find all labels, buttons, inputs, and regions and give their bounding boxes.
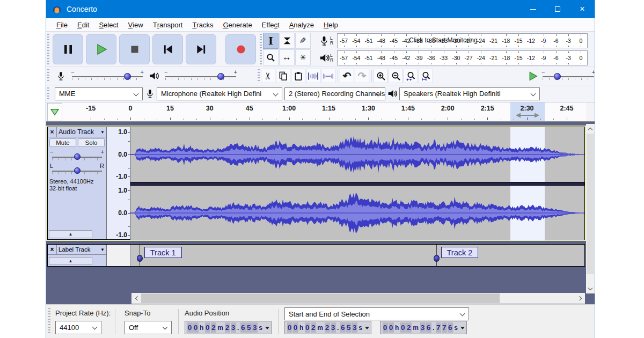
time-digit[interactable]: 2	[211, 322, 216, 333]
time-digit[interactable]: 3	[331, 322, 336, 333]
time-digit[interactable]: 0	[205, 322, 210, 333]
playback-speed-slider[interactable]: − +	[543, 71, 594, 82]
scroll-up-button[interactable]	[586, 124, 595, 133]
menu-file[interactable]: File	[52, 18, 72, 31]
menu-help[interactable]: Help	[319, 18, 343, 31]
close-track-button[interactable]: ×	[48, 127, 57, 137]
device-toolbar-grabber[interactable]	[47, 87, 49, 100]
maximize-button[interactable]	[545, 0, 570, 18]
slider-track[interactable]	[543, 76, 594, 77]
silence-audio-button[interactable]	[321, 69, 335, 83]
play-at-speed-button[interactable]	[525, 69, 540, 84]
audio-host-select[interactable]: MME	[55, 87, 143, 100]
snap-to-select[interactable]: Off	[125, 321, 172, 334]
time-digit[interactable]: 0	[389, 322, 394, 333]
dropdown-arrow-icon[interactable]	[460, 327, 465, 332]
timeline-ruler[interactable]: -1501530451:001:151:301:452:002:152:302:…	[62, 102, 586, 121]
skip-to-end-button[interactable]	[186, 34, 216, 64]
scroll-down-button[interactable]	[586, 284, 595, 293]
skip-to-start-button[interactable]	[152, 34, 183, 64]
time-digit[interactable]: 0	[293, 322, 298, 333]
time-digit[interactable]: 3	[231, 322, 236, 333]
time-digit[interactable]: 0	[193, 322, 199, 333]
zoom-in-button[interactable]	[374, 69, 388, 83]
recording-channels-select[interactable]: 2 (Stereo) Recording Channels	[284, 87, 385, 100]
menu-generate[interactable]: Generate	[218, 18, 257, 31]
recording-volume-slider[interactable]: − +	[72, 71, 143, 82]
zoom-out-button[interactable]	[389, 69, 403, 83]
playback-device-select[interactable]: Speakers (Realtek High Definiti	[399, 87, 540, 100]
time-digit[interactable]: 0	[383, 322, 388, 333]
label-text[interactable]: Track 1	[144, 247, 182, 258]
multi-tool-button[interactable]: ✳	[295, 49, 311, 65]
copy-button[interactable]	[276, 69, 290, 83]
zoom-to-selection-button[interactable]	[404, 69, 418, 83]
playback-volume-slider[interactable]: − +	[165, 71, 236, 82]
time-digit[interactable]: 0	[400, 322, 406, 333]
trim-audio-button[interactable]	[306, 69, 320, 83]
pin-playhead-button[interactable]	[47, 103, 62, 121]
menu-select[interactable]: Select	[94, 18, 123, 31]
vertical-scrollbar[interactable]	[586, 124, 595, 293]
menu-view[interactable]: View	[123, 18, 148, 31]
tools-toolbar-grabber[interactable]	[260, 34, 262, 64]
time-digit[interactable]: 6	[340, 322, 346, 333]
slider-thumb[interactable]	[74, 153, 80, 160]
dropdown-arrow-icon[interactable]	[365, 327, 369, 332]
time-digit[interactable]: 2	[225, 322, 230, 333]
playback-meter-scale[interactable]: -57-54-51-48-45-42-39-36-33-30-27-24-21-…	[337, 50, 588, 65]
label-text[interactable]: Track 2	[441, 247, 479, 258]
pan-slider[interactable]: L R	[52, 163, 102, 176]
solo-button[interactable]: Solo	[78, 138, 105, 147]
cut-button[interactable]: ✂	[261, 69, 275, 83]
time-digit[interactable]: 6	[426, 322, 431, 333]
close-track-button[interactable]: ×	[48, 245, 57, 254]
time-digit[interactable]: 2	[406, 322, 412, 333]
slider-track[interactable]	[165, 76, 236, 77]
dropdown-arrow-icon[interactable]	[265, 327, 269, 332]
close-button[interactable]: ×	[570, 0, 595, 18]
time-shift-tool-button[interactable]: ↔	[279, 49, 295, 65]
play-button[interactable]	[86, 34, 116, 64]
time-digit[interactable]: 7	[436, 322, 441, 333]
slider-thumb[interactable]	[217, 73, 224, 80]
time-digit[interactable]: 3	[352, 322, 357, 333]
time-digit[interactable]: 2	[311, 322, 316, 333]
scroll-left-button[interactable]	[131, 293, 141, 304]
selection-start-display[interactable]: 00h02m23.653s	[284, 321, 371, 334]
time-digit[interactable]: 0	[187, 322, 193, 333]
time-digit[interactable]: 6	[448, 322, 453, 333]
selection-tool-button[interactable]: I	[263, 33, 279, 49]
project-rate-select[interactable]: 44100	[55, 321, 101, 334]
zoom-tool-button[interactable]	[263, 49, 279, 65]
recording-meter[interactable]: LR Click to Start Monitoring -57-54-51-4…	[318, 32, 588, 49]
selection-end-display[interactable]: 00h02m36.776s	[380, 321, 467, 334]
time-digit[interactable]: 5	[246, 322, 252, 333]
slider-thumb[interactable]	[124, 73, 131, 80]
minimize-button[interactable]	[521, 0, 545, 18]
slider-thumb[interactable]	[554, 73, 561, 80]
label-area[interactable]: Track 1Track 2	[130, 245, 584, 266]
time-digit[interactable]: 0	[305, 322, 310, 333]
mixer-toolbar-grabber[interactable]	[47, 69, 49, 83]
collapse-track-button[interactable]: ▲	[49, 257, 92, 265]
time-digit[interactable]: 7	[442, 322, 447, 333]
menu-tracks[interactable]: Tracks	[187, 18, 218, 31]
selection-toolbar-grabber[interactable]	[48, 308, 50, 335]
time-digit[interactable]: 2	[325, 322, 330, 333]
draw-tool-button[interactable]: ✎	[295, 33, 311, 49]
selection-mode-select[interactable]: Start and End of Selection	[284, 307, 469, 320]
transport-toolbar-grabber[interactable]	[47, 34, 49, 64]
track-title-menu[interactable]: Audio Track▼	[57, 127, 106, 137]
slider-track[interactable]	[72, 76, 143, 77]
time-digit[interactable]: 6	[240, 322, 246, 333]
vertical-scroll-thumb[interactable]	[587, 134, 594, 274]
collapse-track-button[interactable]: ▲	[49, 230, 92, 238]
time-digit[interactable]: 3	[252, 322, 258, 333]
stop-button[interactable]	[119, 34, 150, 64]
pause-button[interactable]	[53, 34, 83, 64]
waveform-left-channel[interactable]	[130, 127, 584, 182]
waveform-right-channel[interactable]	[130, 186, 584, 240]
time-digit[interactable]: 5	[346, 322, 352, 333]
recording-device-select[interactable]: Microphone (Realtek High Defini	[157, 87, 282, 100]
